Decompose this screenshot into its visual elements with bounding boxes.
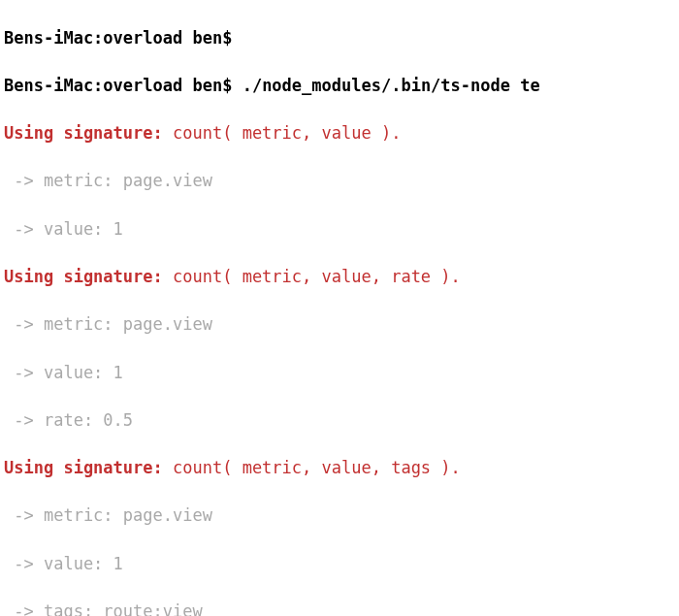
signature-body: count( metric, value, tags ).	[163, 458, 461, 477]
prompt-line-command: Bens-iMac:overload ben$ ./node_modules/.…	[4, 74, 675, 98]
detail-line: -> metric: page.view	[4, 169, 675, 193]
detail-line: -> value: 1	[4, 217, 675, 242]
detail-line: -> value: 1	[4, 361, 675, 385]
signature-body: count( metric, value ).	[163, 123, 402, 143]
shell-command: ./node_modules/.bin/ts-node te	[242, 76, 540, 95]
signature-label: Using signature:	[4, 458, 163, 477]
prompt-line-empty: Bens-iMac:overload ben$	[4, 26, 675, 50]
signature-label: Using signature:	[4, 123, 163, 143]
terminal-output: Bens-iMac:overload ben$ Bens-iMac:overlo…	[0, 0, 679, 616]
signature-line: Using signature: count( metric, value, t…	[4, 456, 675, 480]
detail-line: -> metric: page.view	[4, 312, 675, 337]
signature-line: Using signature: count( metric, value, r…	[4, 265, 675, 289]
detail-line: -> rate: 0.5	[4, 408, 675, 433]
detail-line: -> value: 1	[4, 552, 675, 576]
shell-prompt: Bens-iMac:overload ben$	[4, 76, 232, 95]
shell-prompt: Bens-iMac:overload ben$	[4, 28, 232, 48]
signature-body: count( metric, value, rate ).	[163, 267, 461, 286]
detail-line: -> tags: route:view	[4, 600, 675, 616]
signature-label: Using signature:	[4, 267, 163, 286]
detail-line: -> metric: page.view	[4, 503, 675, 528]
signature-line: Using signature: count( metric, value ).	[4, 121, 675, 146]
